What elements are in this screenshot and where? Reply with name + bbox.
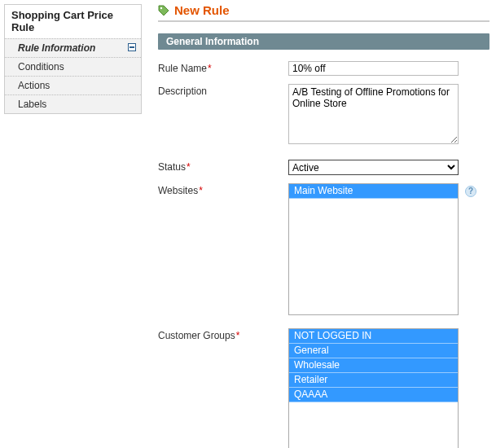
customer-groups-option[interactable]: General [289,344,458,358]
customer-groups-option[interactable]: NOT LOGGED IN [289,329,458,344]
required-indicator: * [199,185,203,196]
sidebar-item-label: Conditions [18,61,64,72]
sidebar-item-label: Actions [18,80,50,91]
sidebar-item-labels[interactable]: Labels [5,95,141,113]
sidebar-item-actions[interactable]: Actions [5,77,141,95]
websites-label: Websites* [158,183,288,315]
sidebar-item-label: Labels [18,99,46,110]
description-label: Description [158,84,288,147]
svg-point-0 [160,7,162,8]
required-indicator: * [236,330,240,341]
customer-groups-option[interactable]: Wholesale [289,358,458,373]
rule-name-input[interactable] [288,61,459,76]
customer-groups-multiselect[interactable]: NOT LOGGED IN General Wholesale Retailer… [288,328,459,448]
websites-multiselect[interactable]: Main Website [288,183,459,315]
collapse-icon[interactable] [128,43,136,51]
sidebar-item-rule-information[interactable]: Rule Information [5,39,141,58]
status-label: Status* [158,160,288,175]
required-indicator: * [187,161,191,173]
help-icon[interactable]: ? [465,186,476,197]
header: New Rule [158,3,489,22]
rule-name-label: Rule Name* [158,61,288,76]
status-select[interactable]: Active [288,160,459,175]
section-title: General Information [158,33,489,50]
main: New Rule General Information Rule Name* … [142,0,496,448]
general-information-form: Rule Name* Description A/B Testing of Of… [158,50,489,448]
customer-groups-option[interactable]: QAAAA [289,388,458,402]
tag-icon [158,5,169,16]
websites-option[interactable]: Main Website [289,184,458,199]
customer-groups-option[interactable]: Retailer [289,373,458,388]
customer-groups-label: Customer Groups* [158,328,288,448]
sidebar-item-label: Rule Information [18,42,95,54]
description-textarea[interactable]: A/B Testing of Offline Promotions for On… [288,84,459,144]
sidebar-title: Shopping Cart Price Rule [5,5,141,38]
required-indicator: * [208,63,212,74]
sidebar-item-conditions[interactable]: Conditions [5,58,141,77]
page-title: New Rule [174,3,230,17]
sidebar: Shopping Cart Price Rule Rule Informatio… [0,0,142,448]
